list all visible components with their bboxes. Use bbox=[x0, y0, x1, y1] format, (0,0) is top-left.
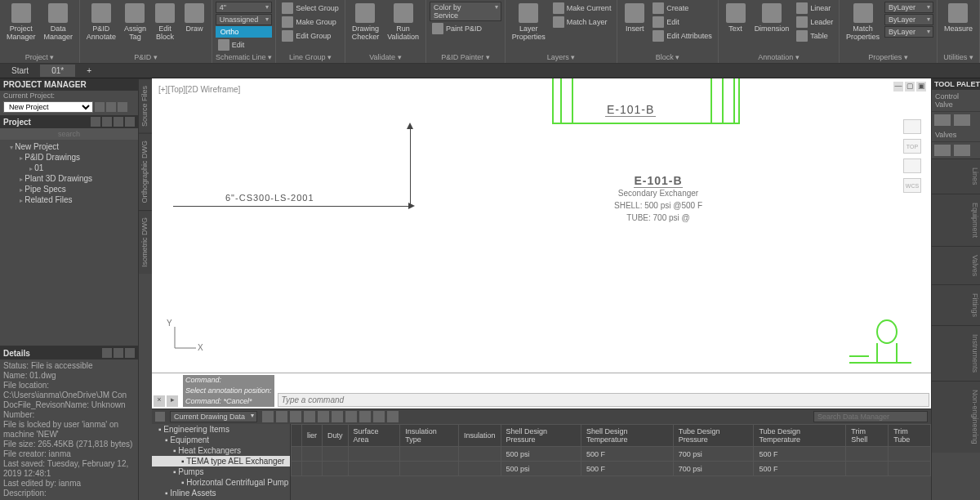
table-cell[interactable]: 500 F bbox=[581, 462, 673, 476]
table-cell[interactable] bbox=[459, 462, 501, 476]
dm-tool-icon[interactable] bbox=[359, 411, 371, 422]
match-layer-button[interactable]: Match Layer bbox=[550, 16, 614, 29]
ribbon-group-title[interactable]: Line Group ▾ bbox=[279, 51, 341, 63]
ribbon-group-title[interactable]: Validate ▾ bbox=[349, 51, 422, 63]
table-header[interactable]: lier bbox=[302, 425, 323, 447]
project-tree-item[interactable]: New Project bbox=[0, 141, 138, 152]
tool-icon[interactable] bbox=[125, 348, 135, 358]
dm-tree-item[interactable]: ▪ Equipment bbox=[152, 435, 290, 445]
palette-symbol-icon[interactable] bbox=[934, 114, 951, 126]
document-tab[interactable]: 01* bbox=[40, 65, 75, 77]
ribbon-dropdown[interactable]: Unassigned bbox=[216, 14, 273, 25]
layer-properties-button[interactable]: LayerProperties bbox=[509, 2, 549, 42]
make-current-button[interactable]: Make Current bbox=[550, 2, 614, 15]
palette-symbol-icon[interactable] bbox=[954, 145, 970, 156]
project-manager-button[interactable]: ProjectManager bbox=[3, 2, 39, 42]
viewport-label[interactable]: [+][Top][2D Wireframe] bbox=[158, 85, 240, 94]
tool-icon[interactable] bbox=[125, 117, 135, 127]
dm-tool-icon[interactable] bbox=[290, 411, 301, 422]
table-cell[interactable]: 500 psi bbox=[501, 462, 581, 476]
project-tree-item[interactable]: Plant 3D Drawings bbox=[0, 173, 138, 184]
dm-tool-icon[interactable] bbox=[332, 411, 343, 422]
dm-tool-icon[interactable] bbox=[345, 411, 357, 422]
table-cell[interactable] bbox=[889, 462, 931, 476]
table-header[interactable]: Trim Tube bbox=[889, 425, 931, 447]
ribbon-group-title[interactable]: P&ID ▾ bbox=[83, 51, 208, 63]
table-button[interactable]: Table bbox=[794, 29, 835, 42]
nav-cube-face[interactable]: WCS bbox=[903, 178, 921, 193]
table-cell[interactable] bbox=[292, 447, 302, 462]
project-refresh-icon[interactable] bbox=[95, 102, 105, 112]
table-cell[interactable] bbox=[459, 447, 501, 462]
table-header[interactable]: Surface Area bbox=[348, 425, 400, 447]
project-tree-item[interactable]: Related Files bbox=[0, 194, 138, 205]
ribbon-group-title[interactable]: Project ▾ bbox=[3, 51, 76, 63]
table-header[interactable]: Shell Design Pressure bbox=[501, 425, 581, 447]
draw-button[interactable]: Draw bbox=[180, 2, 208, 34]
nav-cube-face[interactable]: TOP bbox=[903, 139, 921, 154]
document-tab[interactable]: Start bbox=[0, 65, 40, 77]
ribbon-group-title[interactable]: Block ▾ bbox=[621, 51, 714, 63]
run-validation-button[interactable]: RunValidation bbox=[384, 2, 422, 42]
dm-tool-icon[interactable] bbox=[318, 411, 329, 422]
table-header[interactable]: Duty bbox=[323, 425, 349, 447]
current-project-select[interactable]: New Project bbox=[3, 101, 93, 113]
table-cell[interactable]: 700 psi bbox=[673, 447, 754, 462]
dm-tree-item[interactable]: ▪ Horizontal Centrifugal Pump bbox=[152, 477, 290, 488]
palette-side-tab[interactable]: Instruments bbox=[932, 325, 980, 381]
palette-symbol-icon[interactable] bbox=[954, 114, 970, 126]
dm-tree-item[interactable]: ▪ Heat Exchangers bbox=[152, 445, 290, 456]
dm-tree-item[interactable]: ▪ TEMA type AEL Exchanger bbox=[152, 456, 290, 467]
dm-tool-icon[interactable] bbox=[373, 411, 385, 422]
table-header[interactable]: Trim Shell bbox=[846, 425, 889, 447]
palette-category[interactable]: Control Valve bbox=[932, 90, 980, 112]
table-header[interactable]: Tube Design Pressure bbox=[673, 425, 754, 447]
data-scope-dropdown[interactable]: Current Drawing Data bbox=[170, 411, 257, 422]
chevron-icon[interactable]: ▸ bbox=[167, 395, 178, 407]
equipment-annotation[interactable]: E-101-B Secondary Exchanger SHELL: 500 p… bbox=[577, 175, 740, 224]
ribbon-group-title[interactable]: Utilities ▾ bbox=[941, 51, 976, 63]
table-cell[interactable] bbox=[846, 447, 889, 462]
palette-side-tab[interactable]: Fittings bbox=[932, 284, 980, 325]
project-tree-item[interactable]: P&ID Drawings bbox=[0, 152, 138, 163]
pipe-line[interactable] bbox=[410, 127, 411, 206]
project-open-icon[interactable] bbox=[106, 102, 116, 112]
dm-tool-icon[interactable] bbox=[262, 411, 274, 422]
dimension-button[interactable]: Dimension bbox=[751, 2, 793, 34]
data-manager-button[interactable]: DataManager bbox=[40, 2, 76, 42]
ribbon-dropdown[interactable]: ByLayer bbox=[884, 2, 933, 13]
table-row[interactable]: 500 psi500 F700 psi500 F bbox=[292, 462, 931, 476]
table-cell[interactable] bbox=[323, 462, 349, 476]
tool-icon[interactable] bbox=[102, 117, 112, 127]
ribbon-dropdown[interactable]: ByLayer bbox=[884, 14, 933, 25]
pid-annotate-button[interactable]: P&IDAnnotate bbox=[83, 2, 119, 42]
source-tab[interactable]: Orthographic DWG bbox=[139, 133, 152, 210]
palette-symbol-icon[interactable] bbox=[934, 145, 951, 156]
minimize-icon[interactable]: — bbox=[893, 82, 903, 92]
tool-icon[interactable] bbox=[114, 348, 123, 358]
palette-side-tab[interactable]: Lines bbox=[932, 158, 980, 194]
table-cell[interactable] bbox=[348, 447, 400, 462]
ribbon-dropdown[interactable]: Color by Service bbox=[430, 2, 501, 21]
table-cell[interactable]: 500 F bbox=[581, 447, 673, 462]
nav-cube-face[interactable] bbox=[903, 119, 921, 134]
table-header[interactable]: Tube Design Temperature bbox=[754, 425, 846, 447]
table-header[interactable]: Insulation bbox=[459, 425, 501, 447]
ribbon-group-title[interactable]: Layers ▾ bbox=[509, 51, 613, 63]
dm-toggle-icon[interactable] bbox=[155, 412, 165, 422]
ribbon-group-title[interactable]: Annotation ▾ bbox=[722, 51, 835, 63]
palette-side-tab[interactable]: Equipment bbox=[932, 194, 980, 246]
command-input[interactable] bbox=[278, 393, 929, 407]
table-header[interactable]: Insulation Type bbox=[400, 425, 459, 447]
ribbon-group-title[interactable]: P&ID Painter ▾ bbox=[430, 51, 501, 63]
dm-tool-icon[interactable] bbox=[304, 411, 315, 422]
ucs-icon[interactable]: YX bbox=[167, 324, 199, 358]
table-header[interactable] bbox=[292, 425, 302, 447]
table-cell[interactable] bbox=[400, 462, 459, 476]
make-group-button[interactable]: Make Group bbox=[279, 16, 341, 29]
dm-tree-item[interactable]: ▪ Pumps bbox=[152, 467, 290, 477]
dm-tool-icon[interactable] bbox=[276, 411, 287, 422]
drawing-checker-button[interactable]: DrawingChecker bbox=[349, 2, 383, 42]
table-cell[interactable] bbox=[889, 447, 931, 462]
ribbon-group-title[interactable]: Schematic Line ▾ bbox=[216, 51, 272, 63]
